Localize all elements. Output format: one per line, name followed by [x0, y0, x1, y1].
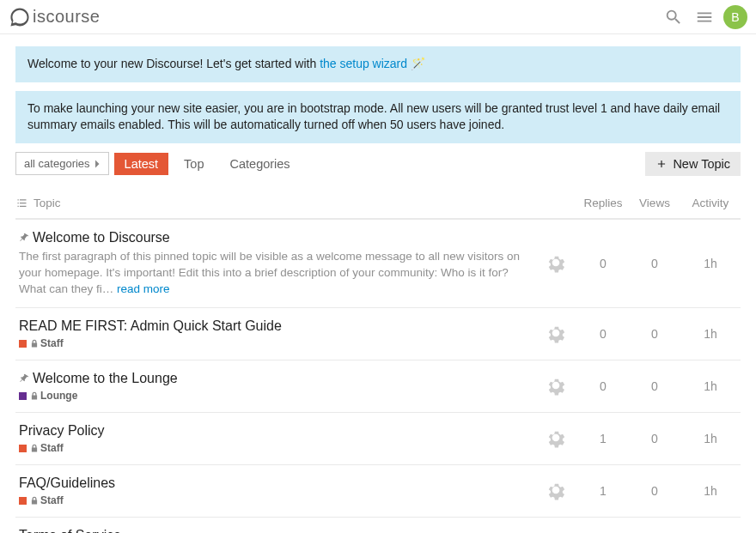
hamburger-icon	[695, 8, 714, 27]
activity-cell[interactable]: 1h	[680, 413, 741, 465]
lock-icon	[30, 339, 39, 348]
col-activity[interactable]: Activity	[680, 188, 741, 219]
topic-title-link[interactable]: FAQ/Guidelines	[19, 475, 115, 491]
user-avatar[interactable]: B	[723, 5, 747, 29]
col-views[interactable]: Views	[629, 188, 680, 219]
category-color-square	[19, 497, 27, 505]
list-icon	[15, 197, 28, 209]
replies-cell[interactable]: 0	[577, 360, 629, 413]
topic-row: READ ME FIRST: Admin Quick Start GuideSt…	[15, 308, 741, 360]
avatar-letter: B	[731, 10, 739, 24]
col-topic[interactable]: Topic	[15, 188, 534, 219]
activity-cell[interactable]: 1h	[680, 219, 741, 308]
discourse-logo-icon	[9, 6, 31, 28]
replies-cell[interactable]: 1	[577, 465, 629, 518]
site-logo[interactable]: iscourse	[9, 6, 100, 28]
topic-list-table: Topic Replies Views Activity Welcome to …	[15, 188, 741, 533]
category-filter-dropdown[interactable]: all categories	[15, 152, 109, 175]
category-filter-label: all categories	[24, 157, 90, 170]
system-user-avatar[interactable]	[544, 426, 568, 450]
lock-icon	[30, 391, 39, 400]
bootstrap-banner: To make launching your new site easier, …	[15, 91, 741, 143]
replies-cell[interactable]: 1	[577, 413, 629, 465]
views-cell[interactable]: 0	[629, 465, 680, 518]
lock-icon	[30, 496, 39, 505]
main-container: Welcome to your new Discourse! Let's get…	[0, 34, 756, 533]
activity-cell[interactable]: 1h	[680, 360, 741, 413]
logo-text: iscourse	[33, 7, 100, 27]
read-more-link[interactable]: read more	[117, 282, 170, 295]
category-color-square	[19, 392, 27, 400]
category-name: Lounge	[40, 390, 77, 402]
activity-cell[interactable]: 1h	[680, 465, 741, 518]
nav-top[interactable]: Top	[174, 153, 214, 175]
lock-icon	[30, 444, 39, 452]
views-cell[interactable]: 0	[629, 360, 680, 413]
topic-title-link[interactable]: Privacy Policy	[19, 423, 105, 439]
activity-cell[interactable]: 1h	[680, 518, 741, 533]
gear-icon	[545, 322, 567, 344]
topic-row: Terms of ServiceStaff101h	[15, 518, 741, 533]
category-name: Staff	[40, 494, 64, 506]
system-user-avatar[interactable]	[544, 321, 568, 345]
posters-cell	[534, 518, 577, 533]
setup-wizard-link[interactable]: the setup wizard	[320, 57, 407, 70]
category-name: Staff	[40, 442, 64, 454]
posters-cell	[534, 219, 577, 308]
system-user-avatar[interactable]	[544, 251, 568, 275]
replies-cell[interactable]: 0	[577, 308, 629, 360]
views-cell[interactable]: 0	[629, 219, 680, 308]
posters-cell	[534, 465, 577, 518]
system-user-avatar[interactable]	[544, 478, 568, 502]
topic-row: FAQ/GuidelinesStaff101h	[15, 465, 741, 518]
search-button[interactable]	[662, 5, 686, 29]
gear-icon	[545, 479, 567, 501]
views-cell[interactable]: 0	[629, 413, 680, 465]
replies-cell[interactable]: 1	[577, 518, 629, 533]
views-cell[interactable]: 0	[629, 308, 680, 360]
col-topic-label: Topic	[34, 197, 61, 209]
topic-title-link[interactable]: Welcome to Discourse	[33, 230, 170, 245]
wizard-emoji: 🪄	[407, 57, 425, 70]
nav-categories[interactable]: Categories	[220, 153, 301, 175]
category-badge[interactable]: Staff	[19, 494, 531, 506]
hamburger-menu-button[interactable]	[692, 5, 716, 29]
category-badge[interactable]: Staff	[19, 442, 531, 454]
topic-title-link[interactable]: READ ME FIRST: Admin Quick Start Guide	[19, 318, 282, 334]
category-color-square	[19, 445, 27, 452]
gear-icon	[545, 374, 567, 397]
topic-title-link[interactable]: Terms of Service	[19, 528, 121, 533]
category-badge[interactable]: Staff	[19, 337, 531, 349]
system-user-avatar[interactable]	[544, 373, 568, 397]
topic-row: Privacy PolicyStaff101h	[15, 413, 741, 465]
main-header: iscourse B	[0, 0, 756, 34]
topic-excerpt: The first paragraph of this pinned topic…	[19, 249, 531, 298]
chevron-right-icon	[95, 160, 101, 168]
bootstrap-text: To make launching your new site easier, …	[27, 101, 720, 132]
plus-icon	[655, 158, 668, 170]
category-name: Staff	[40, 337, 64, 349]
topic-title-link[interactable]: Welcome to the Lounge	[33, 371, 178, 386]
nav-toolbar: all categories Latest Top Categories New…	[15, 152, 741, 176]
posters-cell	[534, 308, 577, 360]
activity-cell[interactable]: 1h	[680, 308, 741, 360]
new-topic-button[interactable]: New Topic	[645, 152, 741, 176]
new-topic-label: New Topic	[673, 157, 730, 171]
col-posters	[534, 188, 577, 219]
posters-cell	[534, 360, 577, 413]
views-cell[interactable]: 0	[629, 518, 680, 533]
pin-icon	[19, 233, 29, 243]
category-badge[interactable]: Lounge	[19, 390, 531, 402]
header-right: B	[662, 5, 747, 29]
gear-icon	[545, 427, 567, 449]
topic-row: Welcome to DiscourseThe first paragraph …	[15, 219, 741, 308]
search-icon	[664, 8, 683, 27]
topic-row: Welcome to the LoungeLounge001h	[15, 360, 741, 413]
category-color-square	[19, 340, 27, 348]
welcome-text: Welcome to your new Discourse! Let's get…	[27, 57, 320, 70]
col-replies[interactable]: Replies	[577, 188, 629, 219]
replies-cell[interactable]: 0	[577, 219, 629, 308]
welcome-banner: Welcome to your new Discourse! Let's get…	[15, 46, 741, 82]
nav-latest[interactable]: Latest	[114, 153, 169, 175]
gear-icon	[545, 251, 567, 274]
